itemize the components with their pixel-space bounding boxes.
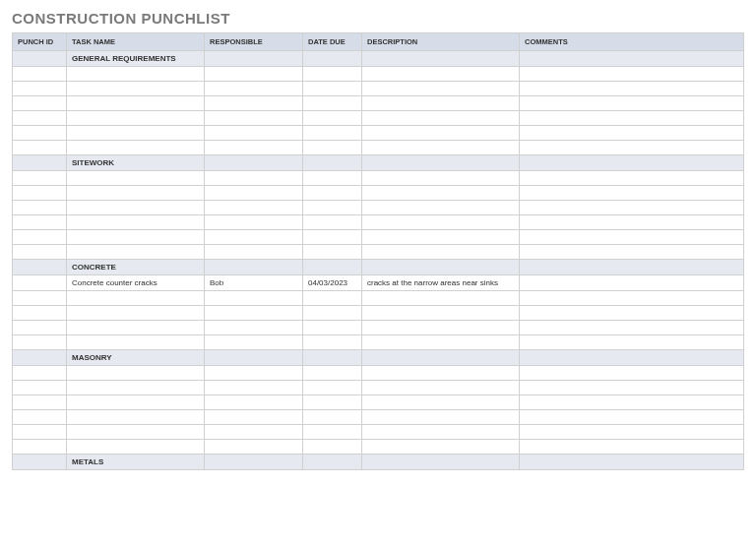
cell-date-due[interactable] xyxy=(303,381,362,395)
cell-description[interactable] xyxy=(362,440,520,455)
cell-responsible[interactable] xyxy=(205,381,303,395)
cell-punch-id[interactable] xyxy=(13,321,67,335)
cell-description[interactable] xyxy=(362,291,520,306)
cell-date-due[interactable] xyxy=(303,96,362,111)
cell-date-due[interactable] xyxy=(303,215,362,230)
cell-date-due[interactable]: 04/03/2023 xyxy=(303,275,362,291)
cell-punch-id[interactable] xyxy=(13,335,67,350)
cell-description[interactable] xyxy=(362,82,520,96)
cell-punch-id[interactable] xyxy=(13,306,67,321)
cell-date-due[interactable] xyxy=(303,291,362,306)
cell-description[interactable] xyxy=(362,171,520,186)
cell-task-name[interactable] xyxy=(67,96,205,111)
cell-description[interactable] xyxy=(362,410,520,425)
cell-comments[interactable] xyxy=(520,306,744,321)
cell-description[interactable] xyxy=(362,215,520,230)
cell-task-name[interactable] xyxy=(67,67,205,82)
cell-task-name[interactable] xyxy=(67,186,205,201)
cell-date-due[interactable] xyxy=(303,321,362,335)
cell-comments[interactable] xyxy=(520,96,744,111)
cell-punch-id[interactable] xyxy=(13,141,67,155)
cell-date-due[interactable] xyxy=(303,67,362,82)
cell-description[interactable] xyxy=(362,425,520,440)
cell-description[interactable] xyxy=(362,111,520,126)
cell-comments[interactable] xyxy=(520,171,744,186)
cell-date-due[interactable] xyxy=(303,395,362,410)
cell-responsible[interactable] xyxy=(205,186,303,201)
cell-date-due[interactable] xyxy=(303,186,362,201)
cell-task-name[interactable] xyxy=(67,291,205,306)
cell-punch-id[interactable] xyxy=(13,381,67,395)
cell-comments[interactable] xyxy=(520,141,744,155)
cell-punch-id[interactable] xyxy=(13,67,67,82)
cell-description[interactable] xyxy=(362,141,520,155)
cell-task-name[interactable] xyxy=(67,306,205,321)
cell-date-due[interactable] xyxy=(303,366,362,381)
cell-comments[interactable] xyxy=(520,410,744,425)
cell-description[interactable] xyxy=(362,67,520,82)
cell-comments[interactable] xyxy=(520,126,744,141)
cell-task-name[interactable] xyxy=(67,245,205,260)
cell-comments[interactable] xyxy=(520,230,744,245)
cell-responsible[interactable] xyxy=(205,230,303,245)
cell-date-due[interactable] xyxy=(303,82,362,96)
cell-date-due[interactable] xyxy=(303,171,362,186)
cell-description[interactable] xyxy=(362,245,520,260)
cell-task-name[interactable] xyxy=(67,395,205,410)
cell-comments[interactable] xyxy=(520,215,744,230)
cell-responsible[interactable] xyxy=(205,306,303,321)
cell-description[interactable] xyxy=(362,230,520,245)
cell-date-due[interactable] xyxy=(303,306,362,321)
cell-task-name[interactable] xyxy=(67,425,205,440)
cell-punch-id[interactable] xyxy=(13,82,67,96)
cell-date-due[interactable] xyxy=(303,245,362,260)
cell-responsible[interactable]: Bob xyxy=(205,275,303,291)
cell-responsible[interactable] xyxy=(205,82,303,96)
cell-task-name[interactable] xyxy=(67,335,205,350)
cell-description[interactable] xyxy=(362,395,520,410)
cell-task-name[interactable]: Concrete counter cracks xyxy=(67,275,205,291)
cell-comments[interactable] xyxy=(520,425,744,440)
cell-punch-id[interactable] xyxy=(13,425,67,440)
cell-description[interactable] xyxy=(362,306,520,321)
cell-responsible[interactable] xyxy=(205,291,303,306)
cell-comments[interactable] xyxy=(520,111,744,126)
cell-comments[interactable] xyxy=(520,67,744,82)
cell-responsible[interactable] xyxy=(205,440,303,455)
cell-task-name[interactable] xyxy=(67,410,205,425)
cell-responsible[interactable] xyxy=(205,67,303,82)
cell-date-due[interactable] xyxy=(303,126,362,141)
cell-task-name[interactable] xyxy=(67,141,205,155)
cell-comments[interactable] xyxy=(520,275,744,291)
cell-date-due[interactable] xyxy=(303,141,362,155)
cell-task-name[interactable] xyxy=(67,126,205,141)
cell-task-name[interactable] xyxy=(67,440,205,455)
cell-task-name[interactable] xyxy=(67,111,205,126)
cell-comments[interactable] xyxy=(520,395,744,410)
cell-responsible[interactable] xyxy=(205,141,303,155)
cell-punch-id[interactable] xyxy=(13,410,67,425)
cell-responsible[interactable] xyxy=(205,425,303,440)
cell-punch-id[interactable] xyxy=(13,126,67,141)
cell-responsible[interactable] xyxy=(205,126,303,141)
cell-description[interactable]: cracks at the narrow areas near sinks xyxy=(362,275,520,291)
cell-punch-id[interactable] xyxy=(13,291,67,306)
cell-comments[interactable] xyxy=(520,245,744,260)
cell-description[interactable] xyxy=(362,126,520,141)
cell-responsible[interactable] xyxy=(205,171,303,186)
cell-punch-id[interactable] xyxy=(13,440,67,455)
cell-punch-id[interactable] xyxy=(13,111,67,126)
cell-date-due[interactable] xyxy=(303,410,362,425)
cell-responsible[interactable] xyxy=(205,96,303,111)
cell-task-name[interactable] xyxy=(67,381,205,395)
cell-task-name[interactable] xyxy=(67,201,205,215)
cell-responsible[interactable] xyxy=(205,410,303,425)
cell-description[interactable] xyxy=(362,335,520,350)
cell-date-due[interactable] xyxy=(303,201,362,215)
cell-punch-id[interactable] xyxy=(13,201,67,215)
cell-comments[interactable] xyxy=(520,381,744,395)
cell-responsible[interactable] xyxy=(205,111,303,126)
cell-date-due[interactable] xyxy=(303,335,362,350)
cell-comments[interactable] xyxy=(520,291,744,306)
cell-comments[interactable] xyxy=(520,335,744,350)
